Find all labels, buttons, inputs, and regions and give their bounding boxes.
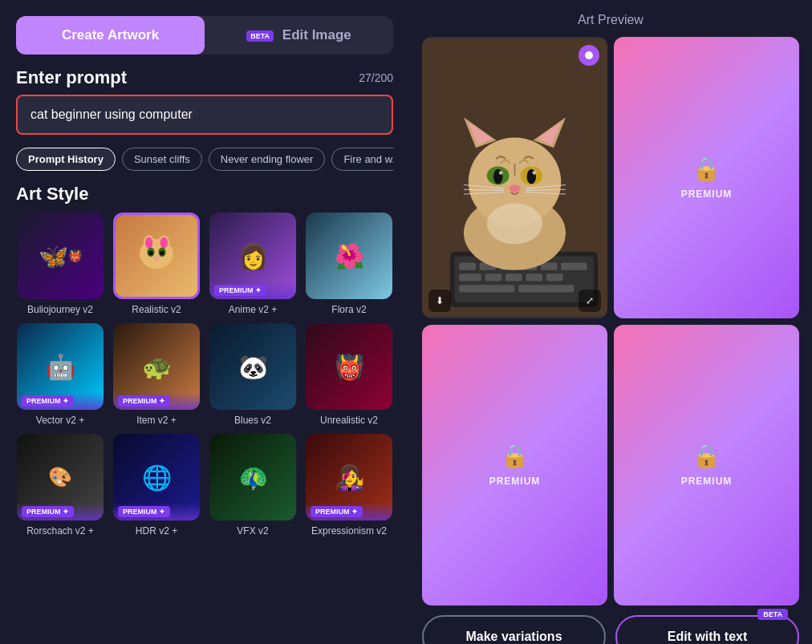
preview-cell-main: ⬇ ⤢ [422, 37, 607, 318]
chip-fire-and-w[interactable]: Fire and w... [331, 148, 393, 171]
edit-beta-badge: BETA [757, 609, 788, 620]
art-label-unrealistic: Unrealistic v2 [320, 415, 378, 426]
art-item-flora[interactable]: 🌺 Flora v2 [305, 213, 393, 315]
preview-cell-premium-3: 🔒 PREMIUM [614, 325, 799, 606]
art-label-flora: Flora v2 [331, 304, 366, 315]
art-style-title: Art Style [16, 184, 393, 205]
premium-badge-anime: PREMIUM ✦ [214, 285, 266, 296]
art-label-buliojourney: Buliojourney v2 [27, 304, 93, 315]
art-item-realistic[interactable]: Realistic v2 [112, 213, 201, 315]
selection-indicator [579, 45, 599, 66]
right-panel: Art Preview [409, 0, 812, 644]
art-item-vector[interactable]: 🤖 PREMIUM ✦ Vector v2 + [16, 323, 104, 426]
art-label-rorschach: Rorschach v2 + [26, 525, 94, 537]
tab-edit-image[interactable]: BETA Edit Image [205, 16, 393, 55]
svg-rect-21 [505, 273, 522, 281]
svg-point-3 [145, 237, 152, 249]
art-style-section: Art Style 🦋👹 Buliojourney v2 [16, 184, 393, 537]
chips-row: Prompt History Sunset cliffs Never endin… [16, 148, 393, 171]
prompt-input[interactable] [16, 95, 393, 135]
art-item-vfx[interactable]: 🦚 VFX v2 [209, 434, 297, 537]
svg-rect-23 [546, 273, 563, 281]
svg-point-47 [487, 204, 542, 245]
svg-point-45 [477, 244, 511, 262]
beta-badge: BETA [246, 30, 274, 42]
art-item-blues[interactable]: 🐼 Blues v2 [209, 323, 297, 426]
art-label-expressionism: Expressionism v2 [311, 525, 387, 537]
premium-text-3: PREMIUM [681, 476, 733, 487]
lock-icon-2: 🔒 [501, 443, 529, 469]
art-style-grid: 🦋👹 Buliojourney v2 [16, 213, 393, 537]
premium-text-1: PREMIUM [681, 188, 733, 200]
art-item-rorschach[interactable]: 🎨 PREMIUM ✦ Rorschach v2 + [16, 434, 104, 537]
preview-title: Art Preview [422, 13, 799, 27]
art-label-hdr: HDR v2 + [136, 525, 177, 537]
premium-text-2: PREMIUM [489, 476, 541, 487]
preview-grid: ⬇ ⤢ 🔒 PREMIUM 🔒 PREMIUM 🔒 PREMIUM [422, 37, 799, 606]
chip-sunset-cliffs[interactable]: Sunset cliffs [122, 148, 202, 171]
svg-rect-13 [459, 263, 476, 270]
svg-point-36 [499, 171, 503, 175]
art-label-blues: Blues v2 [234, 415, 271, 426]
art-item-unrealistic[interactable]: 👹 Unrealistic v2 [305, 323, 393, 426]
chip-never-ending-flower[interactable]: Never ending flower [209, 148, 326, 171]
make-variations-button[interactable]: Make variations [422, 615, 606, 644]
svg-point-46 [518, 244, 552, 262]
preview-cell-premium-1: 🔒 PREMIUM [614, 37, 799, 318]
art-item-anime[interactable]: 👩 PREMIUM ✦ Anime v2 + [209, 213, 297, 315]
art-label-anime: Anime v2 + [229, 304, 277, 315]
art-label-vector: Vector v2 + [36, 415, 84, 426]
premium-badge-hdr: PREMIUM ✦ [118, 506, 170, 517]
action-buttons: Make variations BETA Edit with text [422, 615, 799, 644]
svg-point-9 [154, 257, 160, 261]
svg-point-7 [148, 251, 153, 256]
svg-point-38 [510, 184, 521, 192]
enter-prompt-label: Enter prompt [16, 67, 127, 88]
art-item-item[interactable]: 🐢 PREMIUM ✦ Item v2 + [112, 323, 201, 426]
art-item-buliojourney[interactable]: 🦋👹 Buliojourney v2 [16, 213, 104, 315]
tab-create-label: Create Artwork [62, 27, 159, 43]
art-item-expressionism[interactable]: 👩‍🎤 PREMIUM ✦ Expressionism v2 [305, 434, 393, 537]
art-label-vfx: VFX v2 [237, 525, 268, 537]
art-label-item: Item v2 + [136, 415, 177, 426]
premium-badge-expressionism: PREMIUM ✦ [311, 506, 363, 517]
prompt-section: Enter prompt 27/200 [16, 67, 393, 135]
svg-rect-17 [541, 263, 558, 270]
tab-create-artwork[interactable]: Create Artwork [16, 16, 205, 55]
svg-rect-20 [485, 273, 502, 281]
svg-rect-19 [459, 273, 481, 281]
preview-bottom-icons: ⬇ ⤢ [428, 290, 601, 312]
premium-badge-item: PREMIUM ✦ [118, 395, 170, 407]
lock-icon-3: 🔒 [692, 443, 721, 469]
lock-icon-1: 🔒 [692, 156, 721, 182]
tab-bar: Create Artwork BETA Edit Image [16, 16, 393, 55]
svg-rect-18 [561, 263, 587, 270]
char-count: 27/200 [359, 71, 393, 84]
tab-edit-label: Edit Image [282, 27, 351, 43]
expand-icon[interactable]: ⤢ [579, 290, 601, 312]
svg-point-37 [532, 171, 536, 175]
svg-point-4 [160, 237, 168, 249]
art-label-realistic: Realistic v2 [132, 304, 181, 315]
svg-point-8 [160, 251, 164, 256]
preview-cell-premium-2: 🔒 PREMIUM [422, 325, 607, 606]
chip-prompt-history[interactable]: Prompt History [16, 148, 116, 171]
edit-with-text-button[interactable]: BETA Edit with text [615, 615, 799, 644]
svg-point-48 [585, 51, 593, 59]
download-icon[interactable]: ⬇ [428, 290, 451, 312]
left-panel: Create Artwork BETA Edit Image Enter pro… [0, 0, 409, 644]
art-item-hdr[interactable]: 🌐 PREMIUM ✦ HDR v2 + [112, 434, 201, 537]
premium-badge-rorschach: PREMIUM ✦ [22, 506, 74, 517]
premium-badge-vector: PREMIUM ✦ [22, 395, 74, 407]
svg-rect-22 [526, 273, 542, 281]
